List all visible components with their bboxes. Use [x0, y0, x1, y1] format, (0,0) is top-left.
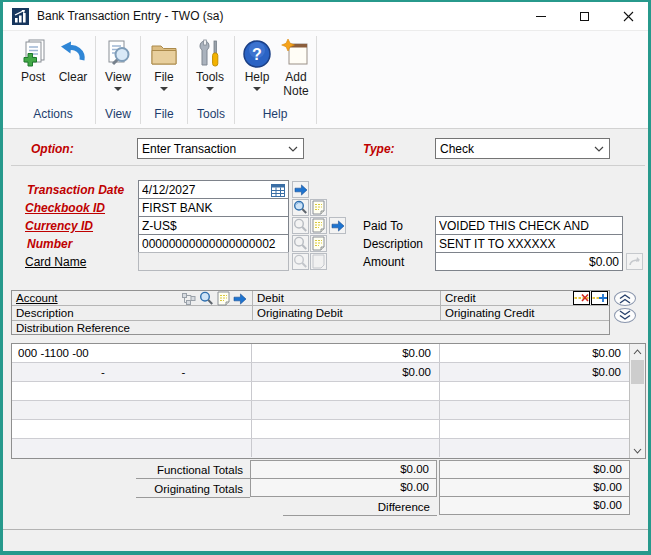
titlebar[interactable]: Bank Transaction Entry - TWO (sa) [3, 2, 648, 30]
currency-expansion-button[interactable] [329, 217, 346, 234]
account-cell[interactable]: 000 -1100 -00 [12, 344, 252, 362]
debit-header: Debit [257, 292, 284, 304]
description-input[interactable] [435, 234, 623, 253]
card-lookup-button-disabled [292, 253, 309, 270]
clear-button[interactable]: Clear [52, 38, 94, 84]
credit-cell[interactable]: $0.00 [441, 344, 629, 362]
checkbook-id-input[interactable] [138, 198, 289, 217]
file-button[interactable]: File [143, 38, 185, 91]
scroll-up-button[interactable] [630, 344, 645, 359]
scroll-rows-down-button[interactable] [614, 308, 636, 323]
number-note-button[interactable] [310, 235, 327, 252]
tools-button[interactable]: Tools [189, 38, 231, 91]
account-cell[interactable] [12, 401, 252, 419]
checkbook-note-button[interactable] [310, 199, 327, 216]
grid-row[interactable] [12, 401, 629, 420]
grid-row[interactable] [12, 382, 629, 401]
debit-cell[interactable]: $0.00 [253, 344, 440, 362]
account-level-icon[interactable] [182, 293, 196, 307]
description-header: Description [16, 307, 74, 319]
notepad-icon [217, 291, 230, 306]
help-icon: ? [241, 38, 273, 70]
option-select[interactable]: Enter Transaction [137, 138, 304, 159]
credit-cell[interactable] [441, 439, 629, 457]
credit-cell[interactable] [441, 382, 629, 400]
grid-row[interactable]: - - $0.00 $0.00 [12, 363, 629, 382]
account-lookup-button[interactable] [199, 291, 214, 308]
amount-input[interactable] [435, 252, 623, 271]
debit-cell[interactable] [253, 439, 440, 457]
debit-cell[interactable] [253, 401, 440, 419]
tools-icon [194, 38, 226, 70]
magnifier-disabled-icon [293, 254, 308, 269]
post-button[interactable]: Post [12, 38, 54, 84]
account-note-button[interactable] [217, 291, 230, 308]
notepad-icon [312, 200, 325, 215]
date-expansion-button[interactable] [292, 181, 309, 198]
currency-id-input[interactable] [138, 216, 289, 235]
difference-label: Difference [283, 498, 437, 516]
tools-dropdown-icon [206, 87, 214, 91]
group-label-tools: Tools [188, 107, 234, 121]
double-chevron-down-icon [617, 310, 633, 321]
card-name-link[interactable]: Card Name [25, 255, 86, 269]
scrollbar-thumb[interactable] [631, 360, 644, 384]
vertical-scrollbar[interactable] [629, 344, 645, 458]
add-note-button[interactable]: Add Note [275, 38, 317, 98]
transaction-date-input[interactable] [138, 180, 289, 199]
paid-to-input[interactable] [435, 216, 623, 235]
debit-cell[interactable] [253, 382, 440, 400]
view-button[interactable]: View [97, 38, 139, 91]
insert-row-button[interactable] [591, 291, 608, 307]
type-value: Check [440, 142, 474, 156]
scroll-down-button[interactable] [630, 443, 645, 458]
file-dropdown-icon [160, 87, 168, 91]
number-input[interactable] [138, 234, 289, 253]
minimize-button[interactable] [524, 2, 558, 30]
account-cell[interactable]: - - [12, 363, 252, 381]
option-value: Enter Transaction [142, 142, 236, 156]
notepad-icon [312, 218, 325, 233]
help-dropdown-icon [253, 87, 261, 91]
row-red-x-icon [573, 291, 590, 305]
credit-cell[interactable] [441, 401, 629, 419]
distribution-reference-header: Distribution Reference [16, 322, 130, 334]
paid-to-label: Paid To [363, 219, 403, 233]
scroll-rows-up-button[interactable] [614, 291, 636, 306]
magnifier-disabled-icon [293, 218, 308, 233]
currency-id-label[interactable]: Currency ID [25, 219, 93, 233]
clear-icon [57, 38, 89, 70]
grid-row[interactable]: 000 -1100 -00 $0.00 $0.00 [12, 344, 629, 363]
grid-row[interactable] [12, 439, 629, 458]
option-label: Option: [31, 142, 74, 156]
grid-row[interactable] [12, 420, 629, 439]
currency-note-button[interactable] [310, 217, 327, 234]
type-select[interactable]: Check [435, 138, 610, 159]
originating-credit-total: $0.00 [439, 478, 630, 497]
group-label-help: Help [235, 107, 315, 121]
account-cell[interactable] [12, 420, 252, 438]
file-label: File [143, 71, 185, 84]
checkbook-id-label[interactable]: Checkbook ID [25, 201, 105, 215]
credit-cell[interactable]: $0.00 [441, 363, 629, 381]
credit-cell[interactable] [441, 420, 629, 438]
card-note-button-disabled [310, 253, 327, 270]
delete-row-button[interactable] [573, 291, 590, 307]
account-header-link[interactable]: Account [16, 292, 58, 304]
header-divider [252, 291, 253, 321]
file-icon [148, 38, 180, 70]
account-expansion-button[interactable] [233, 293, 247, 307]
group-label-actions: Actions [12, 107, 94, 121]
amount-label: Amount [363, 255, 404, 269]
tools-label: Tools [189, 71, 231, 84]
close-button[interactable] [611, 2, 645, 30]
account-cell[interactable] [12, 382, 252, 400]
chevron-down-icon [288, 146, 298, 152]
maximize-button[interactable] [567, 2, 601, 30]
checkbook-lookup-button[interactable] [292, 199, 309, 216]
debit-cell[interactable]: $0.00 [253, 363, 440, 381]
help-button[interactable]: ? Help [236, 38, 278, 91]
debit-cell[interactable] [253, 420, 440, 438]
blue-right-arrow-icon [294, 184, 308, 196]
account-cell[interactable] [12, 439, 252, 457]
